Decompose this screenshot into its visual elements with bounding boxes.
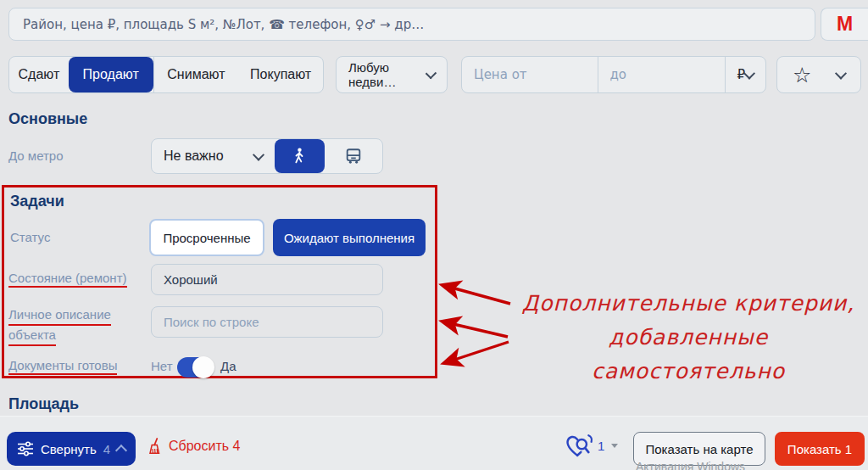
walking-person-icon (290, 147, 309, 165)
section-area-title: Площадь (8, 395, 79, 413)
metro-dropdown[interactable]: Не важно (152, 139, 275, 173)
sliders-icon (17, 441, 34, 456)
show-results-button[interactable]: Показать 1 (775, 432, 865, 466)
personal-description-label: Личное описание объекта (8, 305, 111, 346)
favorites-dropdown[interactable]: ☆ (776, 56, 861, 93)
price-from-input[interactable] (474, 67, 586, 82)
chevron-down-icon (743, 68, 755, 80)
section-main-title: Основные (8, 110, 87, 128)
status-overdue-button[interactable]: Просроченные (149, 219, 264, 256)
deal-type-tabs: Сдают Продают Снимают Покупают (8, 56, 324, 93)
annotation-line2: добавленные самостоятельно (592, 325, 785, 383)
annotation-note: Дополнительные критерии, добавленные сам… (509, 287, 868, 389)
status-pending-button[interactable]: Ожидают выполнения (273, 219, 426, 256)
collapse-label: Свернуть (41, 442, 97, 456)
logo-box[interactable]: М (821, 8, 868, 41)
reset-filters-button[interactable]: Сбросить 4 (147, 438, 240, 455)
reset-label: Сбросить 4 (169, 439, 240, 454)
windows-activation-watermark: Активация Windows (636, 460, 745, 470)
price-to-input[interactable] (609, 67, 712, 82)
brand-logo-m: М (837, 14, 853, 34)
documents-ready-label-text: Документы готовы (8, 358, 117, 375)
metro-bus-button[interactable] (325, 139, 382, 173)
broom-icon (147, 438, 163, 455)
documents-ready-toggle[interactable] (177, 357, 213, 378)
price-from-cell[interactable] (462, 57, 598, 92)
saved-search-control[interactable]: 1 (565, 434, 618, 458)
chevron-up-icon (115, 445, 127, 456)
metro-control: Не важно (151, 138, 383, 174)
tab-sdayut[interactable]: Сдают (9, 57, 69, 92)
tab-snimayut[interactable]: Снимают (153, 57, 239, 92)
personal-description-field[interactable] (151, 306, 383, 338)
search-bar[interactable] (8, 8, 815, 41)
condition-field[interactable] (151, 264, 383, 295)
price-filter-group: ₽ (461, 56, 766, 93)
metro-value: Не важно (164, 148, 224, 164)
personal-description-label-line2: объекта (8, 326, 56, 346)
caret-down-icon (611, 444, 618, 448)
status-label: Статус (10, 230, 50, 244)
property-type-dropdown[interactable]: Любую недви… (336, 56, 448, 93)
heart-search-icon (565, 434, 593, 458)
chevron-down-icon (835, 68, 847, 80)
toggle-on-label[interactable]: Да (220, 359, 236, 373)
bus-icon (344, 147, 363, 165)
property-type-value: Любую недви… (348, 60, 427, 89)
condition-label: Состояние (ремонт) (8, 271, 127, 288)
metro-label: До метро (8, 148, 64, 163)
footer-bar: Свернуть 4 Сбросить 4 1 Показать на карт… (0, 416, 868, 470)
toggle-knob[interactable] (192, 356, 214, 378)
tab-prodayut[interactable]: Продают (69, 57, 153, 92)
search-input[interactable] (23, 17, 801, 32)
saved-search-count: 1 (598, 439, 604, 453)
star-icon: ☆ (793, 64, 811, 86)
personal-description-label-line1: Личное описание (8, 305, 111, 326)
section-tasks-title: Задачи (10, 193, 64, 210)
currency-dropdown[interactable]: ₽ (725, 57, 765, 92)
annotation-line1: Дополнительные критерии, (522, 291, 855, 316)
condition-input[interactable] (164, 272, 370, 287)
toggle-off-label[interactable]: Нет (151, 359, 173, 373)
condition-label-text: Состояние (ремонт) (8, 271, 127, 288)
personal-description-input[interactable] (164, 315, 370, 329)
collapse-filters-button[interactable]: Свернуть 4 (7, 432, 136, 466)
metro-walk-button[interactable] (275, 139, 325, 173)
price-to-cell[interactable] (598, 57, 724, 92)
collapse-count: 4 (103, 442, 110, 456)
documents-ready-label: Документы готовы (8, 358, 117, 375)
tab-pokupayut[interactable]: Покупают (238, 57, 323, 92)
chevron-down-icon (253, 149, 264, 161)
